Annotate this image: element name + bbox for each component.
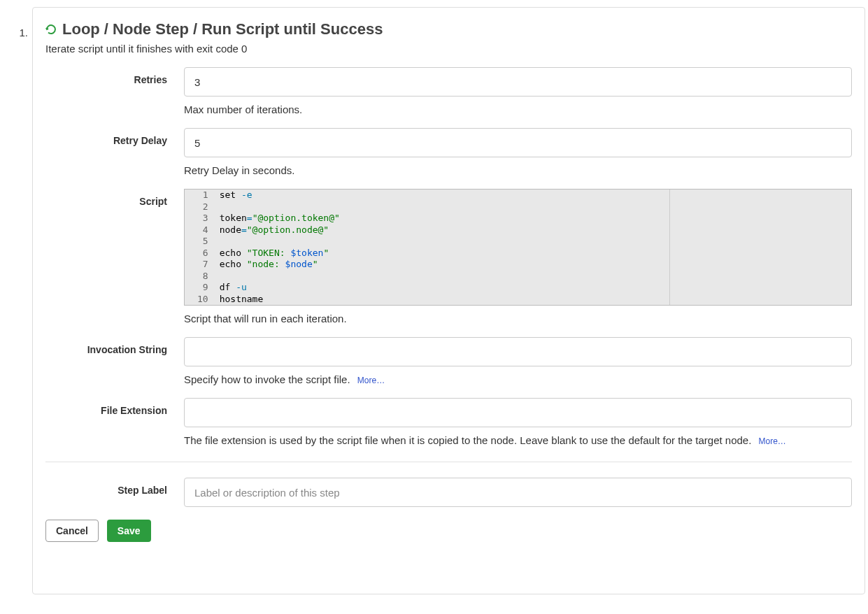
code-line	[220, 236, 669, 248]
invocation-help: Specify how to invoke the script file. M…	[184, 373, 852, 385]
script-gutter: 12345678910	[185, 190, 213, 305]
step-number: 1.	[14, 7, 28, 38]
code-line: set -e	[220, 190, 669, 201]
cancel-button[interactable]: Cancel	[45, 520, 99, 542]
code-line	[220, 201, 669, 213]
page-subtitle: Iterate script until it finishes with ex…	[45, 43, 852, 55]
retries-help: Max number of iterations.	[184, 103, 852, 115]
divider	[45, 462, 852, 462]
retry-delay-label: Retry Delay	[45, 128, 184, 176]
script-editor-sidebar	[669, 190, 851, 305]
step-form-card: Loop / Node Step / Run Script until Succ…	[32, 7, 865, 594]
script-label: Script	[45, 189, 184, 324]
file-ext-more-link[interactable]: More…	[759, 436, 786, 446]
retry-delay-input[interactable]	[184, 128, 852, 157]
script-help: Script that will run in each iteration.	[184, 313, 852, 324]
code-line: hostname	[220, 294, 669, 306]
script-editor[interactable]: 12345678910 set -e token="@option.token@…	[184, 189, 852, 306]
retry-delay-help: Retry Delay in seconds.	[184, 164, 852, 176]
step-label-input[interactable]	[184, 478, 852, 507]
file-ext-input[interactable]	[184, 398, 852, 427]
invocation-label: Invocation String	[45, 337, 184, 385]
retries-label: Retries	[45, 67, 184, 115]
step-label-label: Step Label	[45, 478, 184, 507]
code-line: echo "node: $node"	[220, 259, 669, 271]
code-line	[220, 271, 669, 283]
page-title: Loop / Node Step / Run Script until Succ…	[62, 20, 383, 38]
code-line: node="@option.node@"	[220, 224, 669, 236]
script-body[interactable]: set -e token="@option.token@"node="@opti…	[213, 190, 669, 305]
file-ext-help: The file extension is used by the script…	[184, 434, 852, 446]
code-line: token="@option.token@"	[220, 213, 669, 224]
invocation-input[interactable]	[184, 337, 852, 366]
code-line: df -u	[220, 282, 669, 294]
save-button[interactable]: Save	[107, 520, 151, 542]
retries-input[interactable]	[184, 67, 852, 97]
loop-icon	[45, 24, 57, 35]
code-line: echo "TOKEN: $token"	[220, 248, 669, 259]
file-ext-label: File Extension	[45, 398, 184, 446]
invocation-more-link[interactable]: More…	[357, 376, 385, 385]
